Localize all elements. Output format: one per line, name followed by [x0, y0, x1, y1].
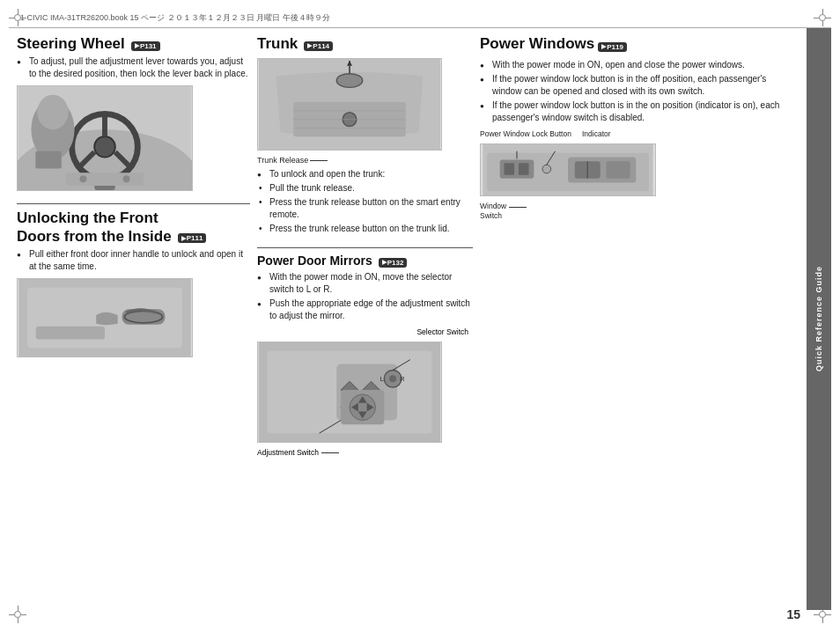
power-window-diagram: Power Window Lock Button Indicator [480, 129, 797, 221]
mirrors-diagram: Selector Switch [257, 327, 473, 457]
trunk-image [257, 58, 442, 151]
svg-point-9 [37, 95, 68, 129]
power-windows-title: Power Windows [480, 35, 594, 53]
trunk-bullet-0: To unlock and open the trunk: [257, 168, 473, 180]
header-text: 11 CIVIC IMA-31TR26200.book 15 ページ ２０１３年… [16, 12, 330, 24]
trunk-page-ref: P114 [304, 41, 333, 51]
trunk-release-text: Trunk Release [257, 156, 308, 165]
columns: Steering Wheel P131 To adjust, pull the … [13, 28, 800, 610]
steering-wheel-section: Steering Wheel P131 To adjust, pull the … [17, 35, 250, 196]
trunk-bullet-2: Press the trunk release button on the sm… [257, 196, 473, 221]
trunk-release-label: Trunk Release [257, 156, 473, 165]
steering-wheel-image [17, 85, 193, 191]
right-column: Power Windows P119 With the power mode i… [480, 35, 797, 603]
svg-rect-10 [35, 151, 61, 169]
content-area: Steering Wheel P131 To adjust, pull the … [13, 28, 800, 610]
steering-wheel-page-ref: P131 [131, 41, 160, 51]
door-handle-image [17, 278, 193, 357]
pw-bullet-2: If the power window lock button is in th… [480, 73, 797, 98]
svg-rect-18 [36, 327, 105, 340]
left-divider [17, 203, 250, 204]
steering-wheel-bullets: To adjust, pull the adjustment lever tow… [17, 55, 250, 80]
pw-bullet-1: With the power mode in ON, open and clos… [480, 59, 797, 71]
side-tab-label: Quick Reference Guide [814, 266, 823, 371]
trunk-release-arrow [310, 160, 328, 161]
mirrors-bullets: With the power mode in ON, move the sele… [257, 271, 473, 322]
power-windows-page-ref: P119 [598, 42, 627, 52]
corner-mark-tr [814, 9, 831, 26]
mid-divider [257, 247, 473, 248]
mirrors-bullet-2: Push the appropriate edge of the adjustm… [257, 298, 473, 322]
svg-text:R: R [400, 375, 405, 383]
mirrors-title: Power Door Mirrors [257, 254, 372, 268]
trunk-bullets: To unlock and open the trunk: Pull the t… [257, 168, 473, 235]
adjustment-switch-label: Adjustment Switch [257, 448, 319, 457]
left-column: Steering Wheel P131 To adjust, pull the … [17, 35, 250, 603]
svg-point-33 [389, 376, 396, 383]
svg-rect-52 [519, 164, 529, 176]
power-windows-section: Power Windows P119 With the power mode i… [480, 35, 797, 224]
lock-button-label: Power Window Lock Button [480, 129, 571, 138]
svg-point-3 [94, 136, 115, 158]
window-switch-arrow [509, 207, 527, 208]
trunk-bullet-3: Press the trunk release button on the tr… [257, 223, 473, 235]
svg-text:L: L [379, 375, 384, 383]
mirrors-bullet-1: With the power mode in ON, move the sele… [257, 271, 473, 296]
trunk-diagram: Trunk Release [257, 58, 473, 165]
trunk-section: Trunk P114 [257, 35, 473, 240]
window-switch-label-text: WindowSwitch [480, 202, 506, 220]
header-bar: 11 CIVIC IMA-31TR26200.book 15 ページ ２０１３年… [9, 9, 831, 28]
mirror-image: L R [257, 342, 442, 443]
steering-wheel-bullet-1: To adjust, pull the adjustment lever tow… [17, 55, 250, 80]
pw-bullet-3: If the power window lock button is in th… [480, 99, 797, 124]
svg-point-13 [123, 176, 130, 183]
unlocking-title: Unlocking the FrontDoors from the Inside [17, 209, 172, 244]
unlocking-bullets: Pull either front door inner handle to u… [17, 248, 250, 273]
side-tab: Quick Reference Guide [807, 28, 831, 610]
unlocking-section: Unlocking the FrontDoors from the Inside… [17, 209, 250, 363]
corner-mark-tl [9, 9, 26, 26]
unlocking-bullet-1: Pull either front door inner handle to u… [17, 248, 250, 273]
svg-rect-56 [607, 162, 630, 179]
mirrors-page-ref: P132 [379, 258, 408, 268]
mirrors-section: Power Door Mirrors P132 With the power m… [257, 254, 473, 460]
trunk-title: Trunk [257, 35, 298, 52]
steering-wheel-title: Steering Wheel [17, 35, 125, 52]
unlocking-page-ref: P111 [178, 233, 207, 243]
svg-point-20 [336, 74, 362, 88]
svg-point-53 [542, 165, 551, 174]
adjustment-switch-arrow [321, 452, 339, 453]
window-switch-image [480, 143, 656, 196]
svg-rect-11 [66, 173, 144, 187]
window-switch-label: WindowSwitch [480, 202, 506, 221]
mid-column: Trunk P114 [257, 35, 473, 603]
indicator-label: Indicator [582, 129, 611, 138]
svg-rect-51 [505, 164, 515, 176]
trunk-bullet-1: Pull the trunk release. [257, 182, 473, 195]
power-windows-bullets: With the power mode in ON, open and clos… [480, 59, 797, 124]
svg-point-12 [79, 176, 86, 183]
selector-switch-label: Selector Switch [416, 327, 468, 336]
